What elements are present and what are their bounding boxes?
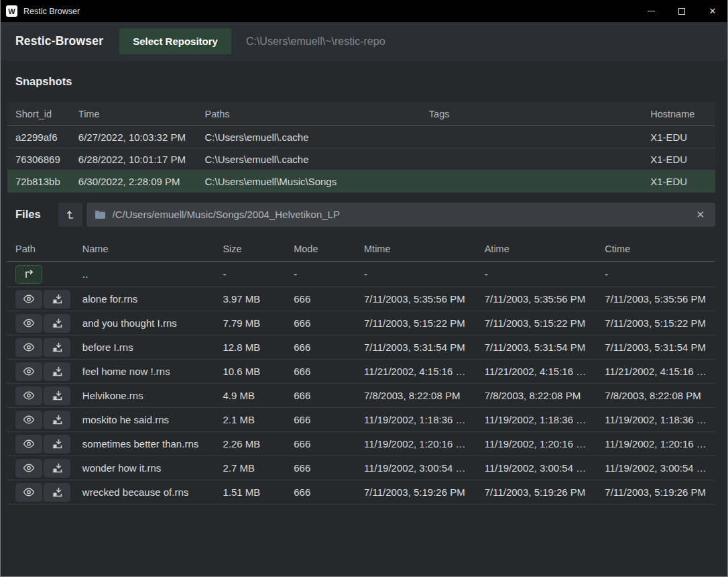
file-row[interactable]: wonder how it.rns 2.7 MB 666 11/19/2002,…: [7, 456, 715, 480]
column-header-mode: Mode: [286, 244, 356, 254]
file-name: before I.rns: [74, 342, 215, 353]
restore-file-button[interactable]: [44, 314, 70, 333]
snapshot-paths: C:\Users\emuell\Music\Songs: [196, 176, 420, 187]
file-size: 12.8 MB: [215, 342, 286, 353]
column-header-time: Time: [70, 109, 197, 119]
files-toolbar: Files /C/Users/emuell/Music/Songs/2004_H…: [1, 193, 727, 236]
preview-file-button[interactable]: [15, 290, 42, 309]
file-name: alone for.rns: [74, 293, 215, 305]
file-atime: 11/21/2002, 4:15:16 …: [477, 366, 597, 377]
file-ctime: 7/11/2003, 5:35:56 PM: [597, 293, 715, 305]
preview-file-button[interactable]: [15, 314, 42, 333]
preview-file-button[interactable]: [15, 362, 42, 381]
preview-file-button[interactable]: [15, 386, 42, 405]
file-ctime: 11/19/2002, 1:18:36 …: [597, 414, 715, 425]
restore-file-button[interactable]: [44, 338, 70, 357]
file-name: wrecked because of.rns: [74, 486, 215, 498]
snapshots-table: Short_id Time Paths Tags Hostname a2299a…: [7, 102, 715, 193]
snapshot-row-selected[interactable]: 72b813bb 6/30/2022, 2:28:09 PM C:\Users\…: [7, 170, 715, 193]
file-row[interactable]: alone for.rns 3.97 MB 666 7/11/2003, 5:3…: [7, 287, 715, 311]
file-mtime: 7/8/2003, 8:22:08 PM: [356, 390, 477, 401]
close-button[interactable]: ✕: [697, 0, 728, 22]
preview-file-button[interactable]: [15, 411, 42, 429]
download-icon: [52, 342, 62, 352]
file-ctime: 11/21/2002, 4:15:16 …: [597, 366, 715, 377]
file-mtime: 7/11/2003, 5:31:54 PM: [356, 342, 477, 353]
preview-file-button[interactable]: [15, 483, 42, 502]
dump-snapshot-button[interactable]: [58, 203, 82, 227]
file-mode: 666: [286, 462, 356, 474]
file-mode: 666: [286, 366, 356, 377]
path-input[interactable]: /C/Users/emuell/Music/Songs/2004_Helveti…: [86, 203, 715, 227]
select-repository-button[interactable]: Select Repository: [119, 28, 231, 54]
file-row[interactable]: Helvikone.rns 4.9 MB 666 7/8/2003, 8:22:…: [7, 384, 715, 408]
file-size: 2.1 MB: [215, 414, 286, 425]
restore-file-button[interactable]: [44, 290, 70, 309]
minimize-button[interactable]: [635, 0, 666, 22]
snapshot-short-id: 76306869: [7, 154, 70, 165]
restore-file-button[interactable]: [44, 435, 70, 454]
file-size: 2.26 MB: [215, 438, 286, 450]
maximize-icon: [678, 8, 685, 15]
snapshots-title: Snapshots: [15, 75, 72, 88]
preview-file-button[interactable]: [15, 459, 42, 478]
file-ctime: 11/19/2002, 1:20:16 …: [597, 438, 715, 450]
download-icon: [52, 463, 62, 473]
file-name: and you thought I.rns: [74, 317, 215, 329]
preview-file-button[interactable]: [15, 435, 42, 454]
restore-file-button[interactable]: [44, 411, 70, 429]
download-icon: [52, 487, 62, 497]
column-header-paths: Paths: [196, 109, 420, 119]
download-icon: [52, 318, 62, 328]
snapshot-time: 6/27/2022, 10:03:32 PM: [70, 132, 197, 143]
file-mtime: 7/11/2003, 5:19:26 PM: [356, 486, 477, 498]
file-row[interactable]: before I.rns 12.8 MB 666 7/11/2003, 5:31…: [7, 335, 715, 360]
column-header-name: Name: [74, 244, 215, 254]
file-ctime: -: [597, 268, 715, 280]
snapshot-time: 6/28/2022, 10:01:17 PM: [70, 154, 197, 165]
clear-path-icon[interactable]: ✕: [693, 209, 707, 221]
restore-file-button[interactable]: [44, 386, 70, 405]
file-atime: 7/11/2003, 5:31:54 PM: [477, 342, 597, 353]
files-title: Files: [15, 208, 41, 221]
file-row[interactable]: and you thought I.rns 7.79 MB 666 7/11/2…: [7, 311, 715, 335]
file-row[interactable]: sometimes better than.rns 2.26 MB 666 11…: [7, 432, 715, 456]
file-row[interactable]: wrecked because of.rns 1.51 MB 666 7/11/…: [7, 480, 715, 505]
file-ctime: 7/8/2003, 8:22:08 PM: [597, 390, 715, 401]
app-icon-letter: W: [8, 7, 15, 15]
app-icon: W: [6, 5, 17, 17]
eye-icon: [23, 439, 35, 448]
download-icon: [52, 366, 62, 376]
snapshot-row[interactable]: 76306869 6/28/2022, 10:01:17 PM C:\Users…: [7, 148, 715, 170]
restore-file-button[interactable]: [44, 459, 70, 478]
column-header-size: Size: [215, 244, 286, 254]
eye-icon: [23, 415, 35, 424]
parent-directory-row[interactable]: .. - - - - -: [7, 262, 715, 287]
file-ctime: 7/11/2003, 5:15:22 PM: [597, 317, 715, 329]
file-mtime: 11/19/2002, 1:20:16 …: [356, 438, 477, 450]
file-size: 10.6 MB: [215, 366, 286, 377]
file-mtime: 7/11/2003, 5:15:22 PM: [356, 317, 477, 329]
file-ctime: 7/11/2003, 5:19:26 PM: [597, 486, 715, 498]
files-table: Path Name Size Mode Mtime Atime Ctime ..: [7, 236, 715, 505]
maximize-button[interactable]: [666, 0, 697, 22]
snapshot-row[interactable]: a2299af6 6/27/2022, 10:03:32 PM C:\Users…: [7, 126, 715, 148]
eye-icon: [23, 391, 35, 400]
preview-file-button[interactable]: [15, 338, 42, 357]
file-size: 1.51 MB: [215, 486, 286, 498]
file-ctime: 7/11/2003, 5:31:54 PM: [597, 342, 715, 353]
file-row[interactable]: feel home now !.rns 10.6 MB 666 11/21/20…: [7, 360, 715, 384]
file-atime: 11/19/2002, 1:18:36 …: [477, 414, 597, 425]
go-up-directory-button[interactable]: [15, 265, 42, 284]
restore-file-button[interactable]: [44, 483, 70, 502]
file-row[interactable]: moskito he said.rns 2.1 MB 666 11/19/200…: [7, 408, 715, 432]
file-mode: 666: [286, 317, 356, 329]
download-icon: [52, 390, 62, 401]
file-mode: 666: [286, 414, 356, 425]
file-mtime: 11/21/2002, 4:15:16 …: [356, 366, 477, 377]
column-header-short-id: Short_id: [7, 109, 70, 119]
snapshot-short-id: 72b813bb: [7, 176, 70, 187]
restore-file-button[interactable]: [44, 362, 70, 381]
up-right-arrow-icon: [23, 270, 35, 278]
file-mode: 666: [286, 390, 356, 401]
